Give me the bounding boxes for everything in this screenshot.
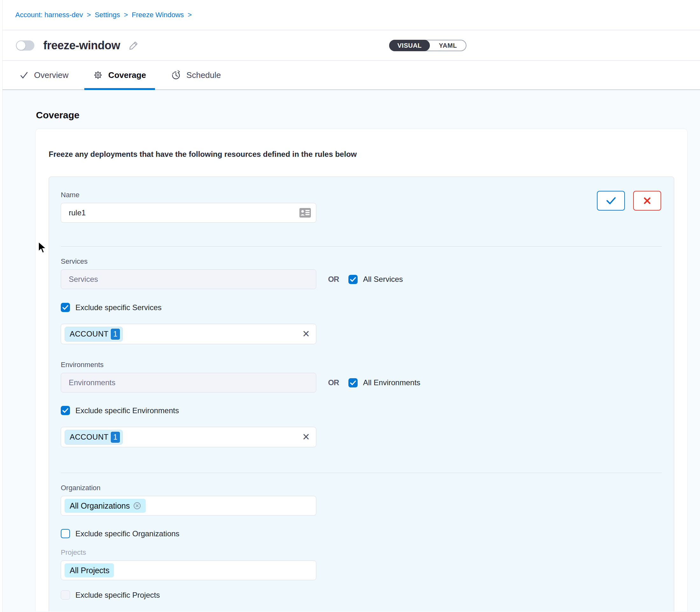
- tag-label: ACCOUNT: [70, 330, 109, 338]
- yaml-tab[interactable]: YAML: [430, 40, 466, 51]
- tab-coverage[interactable]: Coverage: [84, 61, 155, 89]
- breadcrumb-link-account[interactable]: Account: harness-dev: [15, 11, 83, 19]
- tab-label: Schedule: [187, 70, 221, 80]
- tab-overview[interactable]: Overview: [10, 61, 77, 89]
- projects-label: Projects: [61, 548, 662, 557]
- breadcrumb-link-settings[interactable]: Settings: [95, 11, 120, 19]
- tab-bar: Overview Coverage: [0, 61, 700, 90]
- account-scope-tag[interactable]: ACCOUNT 1: [65, 430, 123, 445]
- rule-name-input[interactable]: [61, 203, 316, 223]
- or-label: OR: [328, 378, 339, 387]
- pencil-icon: [128, 40, 139, 51]
- cancel-rule-button[interactable]: [633, 191, 661, 211]
- section-divider: [61, 473, 662, 473]
- tab-label: Overview: [34, 70, 68, 80]
- breadcrumb-separator: >: [188, 11, 192, 19]
- gear-icon: [93, 70, 103, 80]
- tab-label: Coverage: [108, 70, 146, 80]
- check-icon: [19, 70, 29, 80]
- environments-input[interactable]: [61, 373, 316, 392]
- exclude-services-checkbox[interactable]: [61, 303, 70, 312]
- account-scope-tag[interactable]: ACCOUNT 1: [65, 327, 123, 342]
- mouse-cursor: [38, 241, 49, 256]
- projects-input[interactable]: All Projects: [61, 560, 316, 580]
- name-label: Name: [61, 191, 662, 199]
- clear-tags-icon[interactable]: ×: [303, 326, 310, 341]
- tab-schedule[interactable]: Schedule: [162, 61, 230, 89]
- check-icon: [605, 196, 617, 206]
- organization-input[interactable]: All Organizations: [61, 496, 316, 516]
- all-projects-tag: All Projects: [65, 563, 114, 577]
- all-environments-label: All Environments: [363, 378, 420, 387]
- page-title: freeze-window: [43, 39, 120, 52]
- freeze-enabled-toggle[interactable]: [16, 40, 35, 51]
- check-icon: [350, 277, 356, 282]
- rule-panel: Name Services: [49, 177, 674, 611]
- check-icon: [350, 380, 356, 385]
- excluded-environments-input[interactable]: ACCOUNT 1 ×: [61, 427, 316, 447]
- check-icon: [63, 408, 68, 413]
- coverage-card: Freeze any deployments that have the fol…: [36, 129, 687, 611]
- breadcrumb-separator: >: [124, 11, 128, 19]
- exclude-services-label: Exclude specific Services: [76, 303, 162, 312]
- tag-label: All Projects: [70, 566, 109, 575]
- visual-tab[interactable]: VISUAL: [389, 40, 430, 51]
- exclude-projects-label: Exclude specific Projects: [76, 591, 160, 600]
- coverage-heading: Coverage: [36, 110, 700, 121]
- exclude-environments-label: Exclude specific Environments: [76, 406, 179, 415]
- all-services-label: All Services: [363, 275, 403, 284]
- edit-title-button[interactable]: [128, 40, 139, 51]
- clock-icon: [171, 70, 181, 80]
- excluded-services-input[interactable]: ACCOUNT 1 ×: [61, 324, 316, 344]
- environments-label: Environments: [61, 361, 662, 369]
- coverage-tab-content: Coverage Freeze any deployments that hav…: [0, 90, 700, 611]
- tag-count-badge: 1: [110, 431, 121, 443]
- exclude-projects-checkbox[interactable]: [61, 590, 70, 600]
- check-icon: [63, 305, 68, 310]
- clear-tags-icon[interactable]: ×: [303, 429, 310, 444]
- services-input[interactable]: [61, 269, 316, 289]
- tag-label: ACCOUNT: [70, 433, 109, 442]
- close-icon: [642, 196, 652, 206]
- exclude-environments-checkbox[interactable]: [61, 406, 70, 415]
- rule-description: Freeze any deployments that have the fol…: [49, 150, 674, 159]
- organization-label: Organization: [61, 484, 662, 492]
- toggle-knob: [16, 41, 26, 50]
- remove-tag-icon[interactable]: [133, 502, 141, 510]
- visual-yaml-toggle: VISUAL YAML: [389, 40, 466, 51]
- tag-count-badge: 1: [110, 328, 121, 340]
- collapsed-sidebar-edge: [0, 0, 2, 612]
- breadcrumb: Account: harness-dev > Settings > Freeze…: [0, 0, 700, 30]
- breadcrumb-link-freeze-windows[interactable]: Freeze Windows: [132, 11, 184, 19]
- exclude-organizations-checkbox[interactable]: [61, 529, 70, 538]
- tag-label: All Organizations: [70, 501, 130, 511]
- all-services-checkbox[interactable]: [348, 275, 358, 284]
- exclude-organizations-label: Exclude specific Organizations: [76, 529, 179, 538]
- or-label: OR: [328, 275, 339, 284]
- services-label: Services: [61, 257, 662, 266]
- all-environments-checkbox[interactable]: [348, 378, 358, 387]
- all-organizations-tag[interactable]: All Organizations: [65, 499, 146, 513]
- breadcrumb-separator: >: [87, 11, 91, 19]
- rule-actions: [597, 191, 661, 211]
- id-card-icon: [299, 208, 311, 219]
- confirm-rule-button[interactable]: [597, 191, 625, 211]
- title-bar: freeze-window VISUAL YAML: [0, 30, 700, 61]
- section-divider: [61, 246, 662, 247]
